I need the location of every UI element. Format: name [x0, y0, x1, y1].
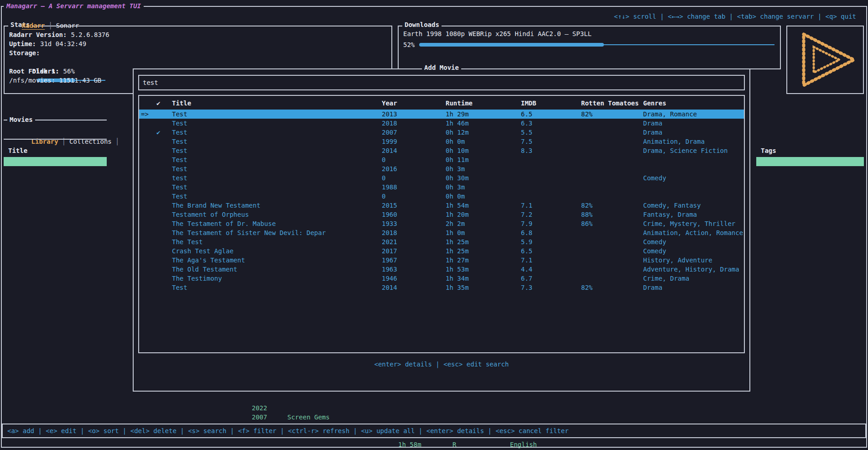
result-title: Test — [172, 137, 382, 146]
search-result-row[interactable]: The Aga's Testament 1967 1h 27m 7.1 Hist… — [139, 256, 744, 265]
selected-row-tags-cell[interactable] — [756, 157, 864, 166]
movie-list-item[interactable]: Sinister 2 — [4, 294, 107, 303]
result-check — [156, 110, 172, 119]
result-runtime: 1h 35m — [446, 283, 521, 292]
result-rt — [581, 256, 643, 265]
search-result-row[interactable]: The Testament of Sister New Devil: Depar… — [139, 228, 744, 237]
search-result-row[interactable]: Test 0 0h 0m — [139, 192, 744, 201]
result-title: The Aga's Testament — [172, 256, 382, 265]
result-check — [156, 246, 172, 256]
result-rt: 82% — [581, 110, 643, 119]
movies-tabs-underline — [4, 139, 107, 140]
movie-list-item[interactable]: 1408 — [4, 376, 107, 385]
result-arrow — [141, 173, 156, 183]
result-year: 1967 — [382, 256, 446, 265]
movie-list-item[interactable]: Misery — [4, 358, 107, 367]
movie-list-item[interactable]: Lights Out — [4, 367, 107, 376]
result-runtime: 0h 0m — [446, 192, 521, 201]
result-imdb: 6.7 — [521, 274, 581, 283]
movie-list-item[interactable]: mother! — [4, 330, 107, 340]
result-imdb: 4.4 — [521, 265, 581, 274]
movie-list-item[interactable]: A Quiet Place Part II — [4, 267, 107, 276]
movie-list-item[interactable]: Sinister — [4, 285, 107, 294]
movie-list-item[interactable]: The Conjuring — [4, 166, 107, 175]
search-result-row[interactable]: => Test 2013 1h 29m 6.5 82% Drama, Roman… — [139, 110, 744, 119]
result-arrow — [141, 183, 156, 192]
movie-list-item[interactable]: The Witch — [4, 276, 107, 285]
tab-radarr[interactable]: Radarr — [22, 22, 45, 29]
search-result-row[interactable]: The Testament of Dr. Mabuse 1933 2h 2m 7… — [139, 219, 744, 228]
result-genres: Animation, Action, Romance — [643, 228, 743, 237]
result-runtime: 1h 29m — [446, 110, 521, 119]
stat-uptime-label: Uptime: — [9, 40, 36, 47]
movie-list-item[interactable]: Incantation — [4, 340, 107, 349]
result-title: Test — [172, 283, 382, 292]
results-rows: => Test 2013 1h 29m 6.5 82% Drama, Roman… — [139, 110, 744, 292]
result-title: The Brand New Testament — [172, 201, 382, 210]
library-table-row[interactable]: 2016 Next Entertainment World 1h 58m NR … — [0, 413, 868, 422]
stat-disk-percent: 56% — [63, 68, 75, 75]
movie-list-item[interactable]: The Thing — [4, 212, 107, 221]
search-result-row[interactable]: Testament of Orpheus 1960 1h 20m 7.2 88%… — [139, 210, 744, 219]
result-runtime: 0h 3m — [446, 164, 521, 173]
download-progress-fill — [419, 43, 604, 47]
search-result-row[interactable]: The Brand New Testament 2015 1h 54m 7.1 … — [139, 201, 744, 210]
search-result-row[interactable]: Test 1988 0h 3m — [139, 183, 744, 192]
movie-list-item[interactable]: Firestarter — [4, 349, 107, 358]
movie-list-item[interactable]: Nope — [4, 239, 107, 248]
library-table-row[interactable]: 2022 Screen Gems 1h 45m PG-13 English 1.… — [0, 394, 868, 403]
movie-list-item[interactable]: A Quiet Place — [4, 257, 107, 267]
movie-list-item[interactable]: Gone with the Wind — [4, 248, 107, 257]
result-title: Testament of Orpheus — [172, 210, 382, 219]
add-movie-search-input[interactable] — [139, 76, 744, 89]
result-title: The Test — [172, 237, 382, 246]
search-result-row[interactable]: ✔ Test 2007 0h 12m 5.5 Drama — [139, 128, 744, 137]
result-check — [156, 192, 172, 201]
stat-storage-label: Storage: — [9, 48, 44, 58]
result-runtime: 2h 2m — [446, 219, 521, 228]
result-check — [156, 164, 172, 173]
movie-list-item[interactable]: The Conjuring: The De — [4, 184, 107, 194]
search-result-row[interactable]: Test 1999 0h 0m 7.5 Animation, Drama — [139, 137, 744, 146]
movie-list-item[interactable]: =>Dune — [4, 157, 107, 166]
movie-list-item[interactable]: The Martian — [4, 203, 107, 212]
stat-root-folders-label: Root Folders: — [9, 67, 63, 76]
movie-list-item[interactable]: Alien — [4, 221, 107, 230]
search-result-row[interactable]: The Test 2021 1h 25m 5.9 Comedy — [139, 237, 744, 246]
result-check — [156, 256, 172, 265]
result-title: The Testament of Sister New Devil: Depar — [172, 228, 382, 237]
result-title: Test — [172, 164, 382, 173]
library-table-row[interactable]: 2007 Telecinco Cinema 1h 45m R Spanish 0… — [0, 403, 868, 413]
search-result-row[interactable]: Test 0 0h 11m — [139, 155, 744, 164]
result-rt: 82% — [581, 283, 643, 292]
tags-column-header: Tags — [761, 146, 776, 155]
search-result-row[interactable]: Test 2016 0h 3m — [139, 164, 744, 173]
movie-list-item[interactable]: Life — [4, 230, 107, 239]
search-result-row[interactable]: The Old Testament 1963 1h 53m 4.4 Advent… — [139, 265, 744, 274]
result-check — [156, 219, 172, 228]
movie-list-item[interactable]: Ma — [4, 321, 107, 330]
movie-list-item[interactable]: Inception — [4, 194, 107, 203]
result-year: 2013 — [382, 110, 446, 119]
result-imdb: 6.5 — [521, 246, 581, 256]
search-result-row[interactable]: Crash Test Aglae 2017 1h 25m 6.5 Comedy — [139, 246, 744, 256]
search-result-row[interactable]: Test 2018 1h 46m 6.3 Drama — [139, 119, 744, 128]
result-arrow — [141, 164, 156, 173]
result-runtime: 1h 27m — [446, 256, 521, 265]
result-rt — [581, 246, 643, 256]
movie-list-item[interactable]: The Conjuring 2 — [4, 175, 107, 184]
logo-panel — [786, 26, 864, 94]
search-result-row[interactable]: test 0 0h 30m Comedy — [139, 173, 744, 183]
movie-list-item[interactable]: The Girl with All the — [4, 385, 107, 394]
result-genres: Drama, Romance — [643, 110, 742, 119]
add-movie-modal-title: Add Movie — [422, 64, 461, 71]
search-result-row[interactable]: Test 2014 1h 35m 7.3 82% Drama — [139, 283, 744, 292]
tab-sonarr[interactable]: Sonarr — [56, 22, 79, 29]
search-result-row[interactable]: Test 2014 0h 10m 8.3 Drama, Science Fict… — [139, 146, 744, 155]
result-arrow — [141, 246, 156, 256]
result-check — [156, 146, 172, 155]
movie-list-item[interactable]: Us — [4, 303, 107, 312]
search-result-row[interactable]: The Testimony 1946 1h 34m 6.7 Crime, Dra… — [139, 274, 744, 283]
result-imdb — [521, 155, 581, 164]
movie-list-item[interactable]: Slender Man — [4, 312, 107, 321]
